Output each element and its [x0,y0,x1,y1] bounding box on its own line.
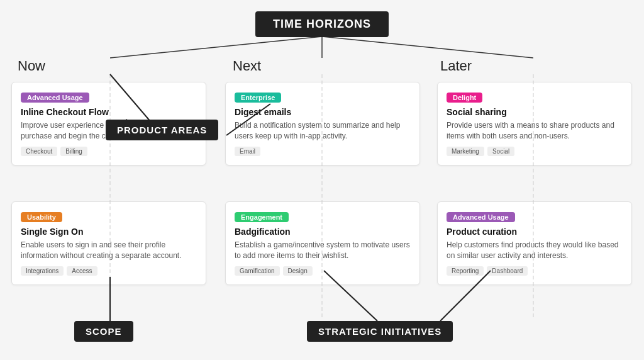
card-later-1: Delight Social sharing Provide users wit… [437,82,632,166]
card-later-2-tags: Reporting Dashboard [447,266,623,276]
card-now-2-tags: Integrations Access [21,266,197,276]
connector-lines [0,0,644,360]
card-next-1-title: Digest emails [235,107,411,117]
card-next-1-desc: Build a notification system to summarize… [235,120,411,142]
card-next-2-tags: Gamification Design [235,266,411,276]
card-later-1-title: Social sharing [447,107,623,117]
card-later-1-tag: Delight [447,93,482,103]
card-now-2-tag: Usability [21,212,62,222]
diagram-container: TIME HORIZONS Now Next Later Advanced Us… [0,0,644,360]
card-next-1: Enterprise Digest emails Build a notific… [225,82,420,166]
card-next-2: Engagement Badgification Establish a gam… [225,201,420,285]
card-later-1-tags: Marketing Social [447,147,623,156]
card-now-2-tag-2: Access [67,266,97,276]
col-header-next: Next [233,58,261,74]
svg-line-0 [110,37,322,58]
card-later-2-tag: Advanced Usage [447,212,515,222]
card-next-2-desc: Establish a game/incentive system to mot… [235,240,411,261]
svg-line-2 [322,37,533,58]
card-now-1-title: Inline Checkout Flow [21,107,197,117]
card-now-1-tag: Advanced Usage [21,93,89,103]
card-later-2-tag-1: Reporting [447,266,484,276]
col-header-now: Now [18,58,45,74]
card-next-1-tag: Enterprise [235,93,281,103]
card-now-2-title: Single Sign On [21,227,197,237]
card-next-1-tags: Email [235,147,411,156]
card-later-1-tag-1: Marketing [447,147,484,156]
annotation-product-areas: PRODUCT AREAS [106,120,218,140]
card-now-2-tag-1: Integrations [21,266,64,276]
card-now-1-tags: Checkout Billing [21,147,197,156]
card-next-2-tag-2: Design [283,266,313,276]
card-next-1-tag-1: Email [235,147,260,156]
card-next-2-tag: Engagement [235,212,289,222]
card-now-1-tag-2: Billing [60,147,87,156]
card-now-2: Usability Single Sign On Enable users to… [11,201,206,285]
time-horizons-title: TIME HORIZONS [255,11,389,37]
annotation-scope: SCOPE [74,321,133,342]
card-later-1-desc: Provide users with a means to share prod… [447,120,623,142]
card-later-2-title: Product curation [447,227,623,237]
card-later-1-tag-2: Social [487,147,514,156]
card-now-1-tag-1: Checkout [21,147,57,156]
card-next-2-tag-1: Gamification [235,266,280,276]
card-later-2-tag-2: Dashboard [487,266,528,276]
col-header-later: Later [440,58,472,74]
card-later-2: Advanced Usage Product curation Help cus… [437,201,632,285]
annotation-strategic-initiatives: STRATEGIC INITIATIVES [307,321,453,342]
card-later-2-desc: Help customers find products they would … [447,240,623,261]
card-next-2-title: Badgification [235,227,411,237]
card-now-2-desc: Enable users to sign in and see their pr… [21,240,197,261]
